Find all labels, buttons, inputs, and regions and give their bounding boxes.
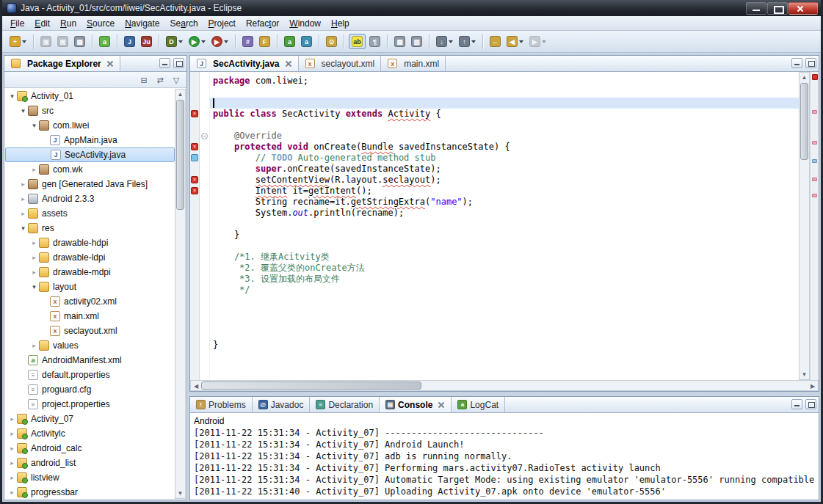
tree-expand-icon[interactable]: [8, 92, 16, 100]
tree-item-default-properties[interactable]: ≡default.properties: [5, 368, 175, 382]
menu-search[interactable]: Search: [165, 17, 203, 30]
tree-item-progressbar[interactable]: progressbar: [5, 485, 175, 499]
minimize-view-icon[interactable]: [791, 58, 802, 68]
back-icon[interactable]: ◀: [504, 34, 526, 48]
menu-window[interactable]: Window: [284, 17, 326, 30]
maximize-view-icon[interactable]: [173, 58, 184, 68]
close-tab-icon[interactable]: [438, 401, 445, 409]
tree-item-android-2-3-3[interactable]: Android 2.3.3: [5, 191, 175, 206]
tree-expand-icon[interactable]: [30, 239, 38, 246]
info-marker-icon[interactable]: [191, 154, 198, 161]
scroll-down-icon[interactable]: ▼: [175, 490, 185, 497]
fold-collapse-icon[interactable]: −: [201, 133, 208, 139]
tree-scrollbar[interactable]: ▲ ▼: [175, 89, 186, 499]
tab-console[interactable]: ▤Console: [380, 397, 452, 412]
menu-source[interactable]: Source: [81, 17, 120, 30]
scroll-left-icon[interactable]: ◀: [192, 383, 200, 390]
error-marker[interactable]: [812, 194, 817, 197]
android-avd-manager-icon[interactable]: a: [299, 34, 314, 48]
menu-navigate[interactable]: Navigate: [120, 17, 164, 30]
tree-item-main-xml[interactable]: xmain.xml: [5, 309, 175, 324]
minimize-view-icon[interactable]: [159, 58, 170, 68]
tree-item-activity-01[interactable]: Activity_01: [5, 89, 175, 103]
tab-declaration[interactable]: ≡Declaration: [310, 397, 380, 412]
close-window-icon[interactable]: [788, 2, 818, 15]
new-junit-test-icon[interactable]: Ju: [139, 34, 154, 48]
scroll-down-icon[interactable]: ▼: [800, 371, 809, 378]
scroll-up-icon[interactable]: ▲: [800, 74, 809, 81]
new-android-project-icon[interactable]: a: [97, 34, 112, 48]
tree-item-android-calc[interactable]: Android_calc: [5, 441, 175, 456]
print-icon[interactable]: ▤: [72, 34, 87, 48]
tree-expand-icon[interactable]: [19, 107, 27, 114]
editor-vscroll-thumb[interactable]: [800, 83, 808, 160]
tree-item-assets[interactable]: assets: [5, 206, 175, 221]
editor-tab-seclayout.xml[interactable]: xseclayout.xml: [299, 56, 382, 71]
tree-expand-icon[interactable]: [19, 180, 27, 188]
error-marker[interactable]: [812, 178, 817, 181]
tree-expand-icon[interactable]: [30, 283, 38, 291]
tree-item-gen-generated-java-files-[interactable]: gen [Generated Java Files]: [5, 177, 175, 191]
tree-item-appmain-java[interactable]: JAppMain.java: [5, 133, 175, 147]
tab-problems[interactable]: !Problems: [190, 397, 253, 412]
open-resource-icon[interactable]: #: [240, 34, 255, 48]
tree-item-secactivity-java[interactable]: JSecActivity.java: [5, 147, 175, 162]
scroll-right-icon[interactable]: ▶: [809, 383, 816, 390]
tree-expand-icon[interactable]: [30, 166, 38, 173]
tree-expand-icon[interactable]: [19, 224, 27, 232]
view-menu-icon[interactable]: ▽: [170, 74, 182, 86]
tree-expand-icon[interactable]: [8, 459, 16, 467]
next-annotation-icon[interactable]: ↓: [434, 34, 455, 48]
tree-item-activity02-xml[interactable]: xactivity02.xml: [5, 294, 175, 309]
tree-expand-icon[interactable]: [30, 254, 38, 261]
save-all-icon[interactable]: ▣: [55, 34, 70, 48]
tree-scroll-thumb[interactable]: [176, 100, 184, 210]
error-marker-icon[interactable]: [191, 110, 198, 117]
tree-item-activity-07[interactable]: Activity_07: [5, 412, 175, 426]
tab-logcat[interactable]: aLogCat: [452, 397, 505, 412]
link-with-editor-icon[interactable]: ⇄: [154, 74, 166, 86]
tree-item-proguard-cfg[interactable]: ≡proguard.cfg: [5, 382, 175, 397]
collapse-all-icon[interactable]: ⊟: [138, 74, 150, 86]
tree-item-drawable-mdpi[interactable]: drawable-mdpi: [5, 265, 175, 280]
mark-occurrences-icon[interactable]: ab: [349, 34, 366, 49]
scroll-up-icon[interactable]: ▲: [175, 91, 185, 98]
error-marker-icon[interactable]: [191, 187, 198, 194]
external-tools-icon[interactable]: ▶: [209, 34, 231, 48]
tree-item-drawable-ldpi[interactable]: drawable-ldpi: [5, 250, 175, 265]
tree-expand-icon[interactable]: [30, 269, 38, 276]
title-bar[interactable]: Java - Activity_01/src/com/liwei/SecActi…: [2, 0, 821, 16]
maximize-view-icon[interactable]: [805, 58, 816, 68]
tree-item-drawable-hdpi[interactable]: drawable-hdpi: [5, 235, 175, 250]
new-folder-icon[interactable]: F: [257, 34, 272, 48]
show-annotations-icon[interactable]: ▤: [392, 34, 407, 48]
overview-error-marker[interactable]: [812, 74, 818, 80]
run-icon[interactable]: ▶: [186, 34, 208, 48]
show-whitespace-icon[interactable]: ¶: [367, 34, 383, 48]
tree-item-android-list[interactable]: android_list: [5, 456, 175, 470]
tree-item-project-properties[interactable]: ≡project.properties: [5, 397, 175, 412]
android-sdk-manager-icon[interactable]: a: [282, 34, 297, 48]
code-editor[interactable]: package com.liwei;public class SecActivi…: [210, 72, 819, 380]
tree-expand-icon[interactable]: [30, 122, 38, 129]
error-marker[interactable]: [812, 141, 817, 145]
error-marker[interactable]: [812, 110, 817, 114]
maximize-window-icon[interactable]: [767, 2, 788, 15]
tree-item-com-wk[interactable]: com.wk: [5, 162, 175, 177]
editor-vertical-scrollbar[interactable]: ▲ ▼: [799, 72, 810, 380]
save-icon[interactable]: ▣: [38, 34, 54, 48]
tree-item-layout[interactable]: layout: [5, 280, 175, 294]
editor-horizontal-scrollbar[interactable]: ◀ ▶: [190, 380, 819, 391]
tree-item-src[interactable]: src: [5, 103, 175, 118]
tree-item-androidmanifest-xml[interactable]: aAndroidManifest.xml: [5, 353, 175, 368]
tree-expand-icon[interactable]: [8, 445, 16, 452]
tree-expand-icon[interactable]: [30, 342, 38, 349]
debug-icon[interactable]: D: [164, 34, 185, 48]
new-java-project-icon[interactable]: J: [122, 34, 137, 48]
menu-help[interactable]: Help: [326, 17, 355, 30]
close-view-icon[interactable]: [106, 60, 114, 67]
tree-expand-icon[interactable]: [8, 474, 16, 481]
tab-javadoc[interactable]: @Javadoc: [253, 397, 311, 412]
menu-refactor[interactable]: Refactor: [241, 17, 284, 30]
editor-hscroll-thumb[interactable]: [201, 381, 421, 390]
